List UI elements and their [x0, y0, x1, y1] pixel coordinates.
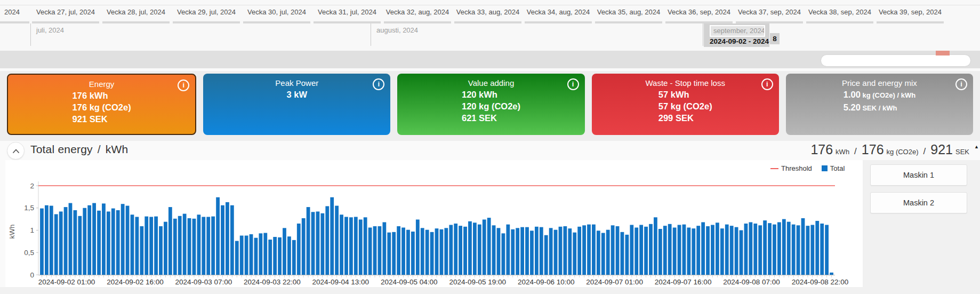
bar[interactable]: [235, 241, 239, 275]
info-icon[interactable]: i: [373, 78, 384, 90]
bar[interactable]: [511, 229, 515, 275]
timeline-week-cell[interactable]: Vecka 31, jul, 2024: [312, 5, 382, 23]
bar[interactable]: [592, 225, 596, 275]
bar[interactable]: [673, 227, 677, 275]
bar[interactable]: [701, 222, 705, 275]
bar[interactable]: [387, 233, 391, 275]
bar[interactable]: [763, 220, 767, 275]
bar[interactable]: [668, 224, 672, 275]
bar[interactable]: [663, 226, 667, 275]
bar[interactable]: [278, 237, 282, 275]
timeline-week-cell[interactable]: Vecka 30, jul, 2024: [242, 5, 312, 23]
bar[interactable]: [131, 214, 134, 275]
bar[interactable]: [159, 226, 163, 275]
bar[interactable]: [292, 240, 296, 275]
bar[interactable]: [587, 225, 591, 275]
bar[interactable]: [463, 227, 467, 275]
timeline-week-cell[interactable]: Vecka 28, jul, 2024: [101, 5, 171, 23]
bar[interactable]: [616, 226, 620, 275]
bar[interactable]: [311, 212, 315, 275]
bar[interactable]: [658, 229, 662, 275]
bar[interactable]: [268, 240, 272, 275]
bar[interactable]: [121, 204, 125, 275]
bar[interactable]: [478, 225, 481, 275]
bar[interactable]: [411, 232, 415, 275]
bar[interactable]: [435, 228, 439, 275]
bar[interactable]: [149, 217, 153, 275]
bar[interactable]: [430, 232, 434, 275]
timeline-week-cell[interactable]: Vecka 29, jul, 2024: [171, 5, 242, 23]
bar[interactable]: [516, 228, 519, 275]
bar[interactable]: [154, 217, 158, 275]
bar[interactable]: [340, 214, 343, 275]
bar[interactable]: [544, 235, 548, 275]
bar[interactable]: [178, 216, 182, 275]
bar[interactable]: [797, 225, 800, 275]
bar[interactable]: [735, 227, 738, 275]
bar[interactable]: [692, 228, 695, 275]
timeline-week-cell[interactable]: Vecka 39, sep, 2024: [875, 5, 945, 23]
bar[interactable]: [202, 217, 205, 275]
bar[interactable]: [273, 237, 277, 275]
bar[interactable]: [606, 230, 610, 275]
timeline-week-cell[interactable]: Vecka 38, sep, 2024: [805, 5, 875, 23]
bar[interactable]: [173, 219, 177, 275]
bar[interactable]: [568, 228, 572, 275]
bar[interactable]: [468, 221, 472, 275]
bar[interactable]: [554, 230, 558, 275]
bar[interactable]: [50, 206, 53, 275]
bar[interactable]: [297, 224, 301, 275]
bar[interactable]: [634, 227, 638, 275]
bar[interactable]: [768, 223, 772, 275]
timeline-week-cell[interactable]: Vecka 37, sep, 2024: [734, 5, 805, 23]
machine-button-2[interactable]: Maskin 2: [870, 192, 967, 213]
bar[interactable]: [69, 203, 73, 275]
bar[interactable]: [639, 225, 643, 275]
bar[interactable]: [502, 233, 505, 275]
bar[interactable]: [416, 219, 420, 275]
bar[interactable]: [168, 207, 172, 275]
bar[interactable]: [192, 219, 196, 275]
bar[interactable]: [711, 225, 714, 275]
bar[interactable]: [78, 216, 82, 275]
bar[interactable]: [144, 217, 148, 275]
bar[interactable]: [425, 230, 429, 275]
bar[interactable]: [540, 227, 543, 275]
timeline-week-cell[interactable]: Vecka 34, aug, 2024: [523, 5, 593, 23]
bar[interactable]: [625, 235, 629, 275]
bar[interactable]: [188, 218, 191, 275]
bar[interactable]: [716, 223, 719, 275]
bar[interactable]: [806, 226, 810, 275]
info-icon[interactable]: i: [178, 80, 189, 91]
bar[interactable]: [263, 233, 267, 275]
bar[interactable]: [492, 225, 496, 275]
legend-item-threshold[interactable]: Threshold: [770, 164, 812, 172]
kpi-card-price-and-energy-mix[interactable]: Price and energy mix1.00 kg (CO2e) / kWh…: [786, 74, 973, 135]
bar[interactable]: [283, 228, 286, 275]
bar[interactable]: [368, 227, 372, 275]
bar[interactable]: [226, 202, 229, 275]
bar[interactable]: [773, 225, 776, 275]
bar[interactable]: [559, 227, 563, 275]
legend-item-total[interactable]: Total: [822, 164, 845, 172]
timeline-week-cell[interactable]: Vecka 32, aug, 2024: [382, 5, 453, 23]
bar[interactable]: [758, 225, 762, 275]
bar[interactable]: [740, 231, 743, 275]
bar[interactable]: [459, 226, 462, 275]
kpi-card-waste-stop-time-loss[interactable]: Waste - Stop time loss57 kWh57 kg (CO2e)…: [592, 74, 779, 135]
bar[interactable]: [287, 236, 291, 275]
timeline-range-track[interactable]: [0, 51, 980, 68]
timeline-week-cell[interactable]: Vecka 27, jul, 2024: [30, 5, 101, 23]
timeline-week-cell[interactable]: Vecka 33, aug, 2024: [453, 5, 523, 23]
bar[interactable]: [649, 224, 653, 275]
bar[interactable]: [530, 231, 534, 275]
bar[interactable]: [449, 225, 453, 275]
bar[interactable]: [64, 207, 68, 275]
bar[interactable]: [801, 218, 805, 275]
bar[interactable]: [230, 205, 234, 275]
bar[interactable]: [621, 232, 624, 275]
scroll-up-arrow-icon[interactable]: ▲: [974, 144, 979, 149]
bar[interactable]: [397, 226, 400, 275]
bar[interactable]: [216, 197, 220, 275]
bar[interactable]: [401, 227, 405, 275]
